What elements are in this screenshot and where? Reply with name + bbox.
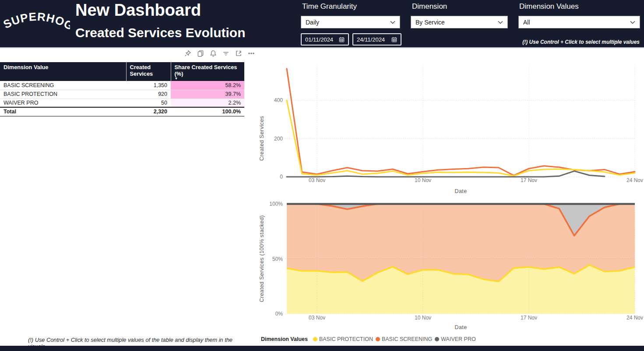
- calendar-icon: [391, 37, 397, 42]
- legend-item[interactable]: WAIVER PRO: [435, 336, 475, 342]
- col-label: Dimension Value: [4, 64, 48, 70]
- chevron-down-icon: [630, 21, 635, 24]
- sort-descending-icon: ▼: [175, 77, 241, 80]
- y-tick-label: 400: [274, 97, 283, 103]
- created-services-line-chart[interactable]: 020040003 Nov10 Nov17 Nov24 NovCreated S…: [257, 60, 644, 198]
- y-tick-label: 0: [280, 174, 283, 180]
- x-tick-label: 10 Nov: [415, 315, 431, 321]
- bottom-strip: [0, 346, 644, 351]
- x-axis-title: Date: [454, 188, 467, 194]
- date-from-value: 01/11/2024: [305, 36, 333, 43]
- y-tick-label: 100%: [269, 201, 283, 207]
- dimension-values-select[interactable]: All: [518, 16, 640, 28]
- cell-share-created-services[interactable]: 2.2%: [171, 98, 244, 107]
- legend-item[interactable]: BASIC SCREENING: [376, 336, 432, 342]
- more-options-icon[interactable]: [247, 49, 255, 57]
- dimension-select[interactable]: By Service: [411, 16, 508, 28]
- dimension-values-label: Dimension Values: [519, 2, 579, 11]
- x-tick-label: 24 Nov: [626, 177, 643, 183]
- header-bar: SUPERHOG New Dashboard Created Services …: [0, 0, 644, 48]
- chevron-down-icon: [390, 21, 395, 24]
- table-row[interactable]: BASIC SCREENING1,35058.2%: [0, 81, 244, 90]
- focus-mode-icon[interactable]: [235, 49, 243, 57]
- cell-created-services[interactable]: 1,350: [126, 81, 171, 90]
- chart-legend: Dimension Values BASIC PROTECTIONBASIC S…: [261, 336, 476, 342]
- y-tick-label: 200: [274, 136, 283, 142]
- legend-label: BASIC SCREENING: [382, 336, 432, 342]
- pin-icon[interactable]: [184, 49, 192, 57]
- legend-label: BASIC PROTECTION: [319, 336, 373, 342]
- col-share-created-services[interactable]: Share Created Services (%) ▼: [171, 62, 244, 81]
- col-created-services[interactable]: Created Services: [126, 62, 171, 81]
- dimension-label: Dimension: [412, 2, 447, 11]
- page-subtitle: Created Services Evolution: [75, 25, 245, 40]
- calendar-icon: [339, 37, 345, 42]
- page-title: New Dashboard: [75, 1, 201, 20]
- x-tick-label: 24 Nov: [626, 315, 643, 321]
- x-tick-label: 17 Nov: [521, 177, 537, 183]
- logo-text: SUPERHOG: [4, 10, 70, 33]
- copy-icon[interactable]: [197, 49, 204, 57]
- cell-created-services: 2,320: [126, 107, 171, 116]
- x-tick-label: 03 Nov: [309, 177, 325, 183]
- multi-select-hint: (!) Use Control + Click to select multip…: [438, 39, 640, 45]
- col-label: Created Services: [130, 64, 153, 77]
- table-header-row: Dimension Value Created Services Share C…: [0, 62, 244, 81]
- dimension-value: By Service: [415, 19, 445, 26]
- cell-created-services[interactable]: 50: [126, 98, 171, 107]
- series-basic-screening[interactable]: [287, 69, 635, 176]
- table-row[interactable]: WAIVER PRO502.2%: [0, 98, 244, 107]
- chevron-down-icon: [498, 21, 503, 24]
- cell-created-services[interactable]: 920: [126, 90, 171, 98]
- legend-label: WAIVER PRO: [441, 336, 475, 342]
- x-tick-label: 17 Nov: [521, 315, 537, 321]
- time-granularity-value: Daily: [306, 19, 319, 26]
- date-to-field[interactable]: 24/11/2024: [352, 33, 401, 46]
- date-to-value: 24/11/2024: [357, 36, 385, 43]
- cell-dimension-value: Total: [0, 107, 126, 116]
- x-axis-title: Date: [454, 324, 467, 330]
- x-tick-label: 03 Nov: [309, 315, 325, 321]
- col-dimension-value[interactable]: Dimension Value: [0, 62, 126, 81]
- cell-share-created-services: 100.0%: [171, 107, 244, 116]
- dimension-values-value: All: [523, 19, 530, 26]
- legend-dot-icon: [435, 337, 439, 341]
- y-axis-title: Created Services: [259, 116, 265, 161]
- visual-header-toolbar: [184, 49, 255, 57]
- legend-dot-icon: [376, 337, 380, 341]
- table-total-row: Total2,320100.0%: [0, 107, 244, 116]
- legend-title: Dimension Values: [261, 336, 308, 342]
- svg-text:SUPERHOG: SUPERHOG: [4, 10, 70, 33]
- created-services-stacked-area-chart[interactable]: 03 Nov10 Nov17 Nov24 Nov0%50%100%Created…: [257, 198, 644, 335]
- legend-dot-icon: [313, 337, 317, 341]
- date-from-field[interactable]: 01/11/2024: [301, 33, 349, 46]
- cell-share-created-services[interactable]: 58.2%: [171, 81, 244, 90]
- y-tick-label: 50%: [272, 256, 283, 262]
- x-tick-label: 10 Nov: [415, 177, 431, 183]
- series-basic-protection[interactable]: [287, 100, 635, 176]
- cell-dimension-value[interactable]: BASIC SCREENING: [0, 81, 126, 90]
- col-label: Share Created Services (%): [175, 64, 237, 77]
- time-granularity-label: Time Granularity: [302, 2, 357, 11]
- dashboard-page: SUPERHOG New Dashboard Created Services …: [0, 0, 644, 351]
- dimension-table: Dimension Value Created Services Share C…: [0, 62, 244, 116]
- cell-dimension-value[interactable]: WAIVER PRO: [0, 98, 126, 107]
- time-granularity-select[interactable]: Daily: [301, 16, 400, 28]
- y-tick-label: 0%: [275, 311, 283, 317]
- cell-share-created-services[interactable]: 39.7%: [171, 90, 244, 98]
- legend-item[interactable]: BASIC PROTECTION: [313, 336, 373, 342]
- y-axis-title: Created Services (100% stacked): [259, 215, 265, 302]
- filter-icon[interactable]: [222, 49, 230, 57]
- table-row[interactable]: BASIC PROTECTION92039.7%: [0, 90, 244, 98]
- alert-icon[interactable]: [209, 49, 217, 57]
- superhog-logo: SUPERHOG: [4, 4, 70, 35]
- cell-dimension-value[interactable]: BASIC PROTECTION: [0, 90, 126, 98]
